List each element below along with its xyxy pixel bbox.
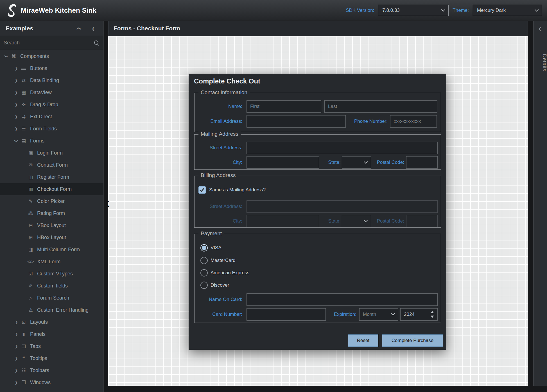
radio-mastercard-label[interactable]: MasterCard: [211, 257, 236, 264]
tree-item-gauges[interactable]: ❯◔Gauges: [0, 389, 104, 392]
tree-item-custom-error-handling[interactable]: ⚠Custom Error Handling: [0, 304, 104, 316]
search-input[interactable]: [0, 36, 103, 50]
first-name-input[interactable]: [247, 100, 321, 113]
tree-item-label: Forms: [30, 138, 44, 144]
chevron-right-icon[interactable]: ❯: [13, 368, 20, 373]
app: MiraeWeb Kitchen Sink SDK Version: 7.8.0…: [0, 0, 547, 392]
tree-item-color-picker[interactable]: ✎Color Picker: [0, 195, 104, 207]
same-as-mailing-checkbox[interactable]: [198, 186, 206, 194]
xml-form-icon: </>: [27, 259, 34, 265]
tree-item-vbox-layout[interactable]: ⊟VBox Layout: [0, 219, 104, 232]
state-label: State:: [321, 156, 341, 169]
details-panel-tab[interactable]: ❮ Details: [533, 21, 547, 386]
tree-item-contact-form[interactable]: ✉Contact Form: [0, 159, 104, 171]
phone-input[interactable]: [390, 115, 437, 128]
tree-item-label: Custom fields: [37, 283, 68, 289]
theme-label: Theme:: [453, 8, 469, 13]
tree-item-rating-form[interactable]: ⁂Rating Form: [0, 207, 104, 219]
chevron-right-icon[interactable]: ❯: [13, 127, 20, 131]
tree-item-form-fields[interactable]: ❯☰Form Fields: [0, 123, 104, 135]
billing-street-label: Street Address:: [195, 200, 242, 213]
tree-item-label: VBox Layout: [37, 223, 66, 228]
tree-item-panels[interactable]: ❯▮Panels: [0, 328, 104, 340]
radio-american-express[interactable]: [200, 269, 208, 277]
theme-select[interactable]: Mercury Dark: [473, 5, 542, 16]
tree-item-label: Register Form: [37, 174, 69, 180]
city-input[interactable]: [247, 156, 319, 169]
radio-discover-label[interactable]: Discover: [211, 282, 229, 289]
tree-item-label: Login Form: [37, 150, 63, 156]
sdk-version-select[interactable]: 7.8.0.33: [378, 5, 449, 16]
radio-discover[interactable]: [200, 282, 208, 289]
chevron-right-icon[interactable]: ❯: [13, 344, 20, 348]
dataview-icon: ▦: [20, 90, 27, 96]
tree-item-tabs[interactable]: ❯❏Tabs: [0, 340, 104, 352]
street-input[interactable]: [247, 142, 438, 154]
tree-item-forms[interactable]: ❯▤Forms: [0, 135, 104, 147]
tree-item-label: Drag & Drop: [30, 102, 58, 108]
chevron-right-icon[interactable]: ❯: [13, 103, 20, 107]
expiration-month-select[interactable]: Month: [359, 308, 398, 321]
spinner-down-icon[interactable]: [431, 316, 434, 318]
tree-item-label: Buttons: [30, 65, 47, 71]
tree-item-custom-fields[interactable]: ✐Custom fields: [0, 280, 104, 292]
card-number-input[interactable]: [247, 308, 326, 321]
radio-visa[interactable]: [200, 244, 208, 251]
search-icon[interactable]: [94, 40, 100, 46]
state-select[interactable]: [342, 156, 371, 169]
last-name-input[interactable]: [324, 100, 437, 113]
tree-item-windows[interactable]: ❯❐Windows: [0, 377, 104, 389]
tree-item-custom-vtypes[interactable]: ☑Custom VTypes: [0, 268, 104, 280]
chevron-right-icon[interactable]: ❯: [13, 320, 20, 324]
tree-item-ext-direct[interactable]: ❯⇉Ext Direct: [0, 111, 104, 123]
complete-purchase-button[interactable]: Complete Purchase: [382, 334, 443, 347]
name-label: Name:: [195, 100, 242, 113]
tree-item-multi-column-form[interactable]: ◨Multi Column Form: [0, 244, 104, 256]
tree-item-drag-drop[interactable]: ❯✛Drag & Drop: [0, 99, 104, 111]
tree-item-hbox-layout[interactable]: ⊞HBox Layout: [0, 232, 104, 244]
collapse-up-icon[interactable]: ❯: [76, 26, 80, 30]
city-label: City:: [195, 156, 242, 169]
radio-american-express-label[interactable]: American Express: [211, 269, 249, 277]
email-input[interactable]: [247, 115, 346, 128]
tree-item-components[interactable]: ❯⌘Components: [0, 50, 104, 62]
tree-item-data-binding[interactable]: ❯⇄Data Binding: [0, 74, 104, 87]
name-on-card-input[interactable]: [247, 293, 438, 306]
same-as-mailing-label[interactable]: Same as Mailing Address?: [209, 186, 266, 194]
complete-checkout-window: Complete Check Out Contact Information N…: [189, 74, 446, 350]
chevron-down-icon[interactable]: ❯: [14, 137, 19, 145]
radio-mastercard[interactable]: [200, 257, 208, 264]
chevron-right-icon[interactable]: ❯: [13, 356, 20, 361]
billing-postal-label: Postal Code:: [374, 215, 404, 227]
card-number-label: Card Number:: [195, 308, 242, 321]
tree-item-register-form[interactable]: ◫Register Form: [0, 171, 104, 183]
tree-item-forum-search[interactable]: ⌕Forum Search: [0, 292, 104, 304]
tree-item-login-form[interactable]: ▣Login Form: [0, 147, 104, 159]
reset-button[interactable]: Reset: [348, 334, 378, 347]
tree-item-xml-form[interactable]: </>XML Form: [0, 256, 104, 268]
tree-item-layouts[interactable]: ❯⊡Layouts: [0, 316, 104, 328]
tree-item-buttons[interactable]: ❯▬Buttons: [0, 62, 104, 74]
tree-item-label: Data Binding: [30, 78, 59, 83]
tree-item-toolbars[interactable]: ❯☷Toolbars: [0, 364, 104, 377]
chevron-right-icon[interactable]: ❯: [13, 66, 20, 71]
tree-item-dataview[interactable]: ❯▦DataView: [0, 87, 104, 99]
expiration-year-spinner[interactable]: 2024: [400, 308, 438, 321]
tree-item-checkout-form[interactable]: ▥Checkout Form: [0, 183, 104, 195]
radio-dot: [202, 246, 206, 250]
expand-left-icon[interactable]: ❮: [538, 26, 542, 31]
chevron-right-icon[interactable]: ❯: [13, 78, 20, 83]
payment-fieldset: Payment VISA MasterCard American Express…: [194, 234, 441, 323]
chevron-down-icon[interactable]: ❯: [4, 53, 9, 60]
chevron-right-icon[interactable]: ❯: [13, 380, 20, 385]
chevron-right-icon[interactable]: ❯: [13, 332, 20, 336]
chevron-right-icon[interactable]: ❯: [13, 90, 20, 95]
chevron-right-icon[interactable]: ❯: [13, 115, 20, 119]
spinner-up-icon[interactable]: [431, 311, 434, 313]
splitter-collapse-icon[interactable]: ❮: [105, 200, 110, 207]
postal-input[interactable]: [406, 156, 438, 169]
collapse-left-icon[interactable]: ❮: [92, 26, 96, 31]
app-title: MiraeWeb Kitchen Sink: [21, 0, 96, 21]
tree-item-tooltips[interactable]: ❯❝Tooltips: [0, 352, 104, 364]
radio-visa-label[interactable]: VISA: [211, 244, 221, 251]
